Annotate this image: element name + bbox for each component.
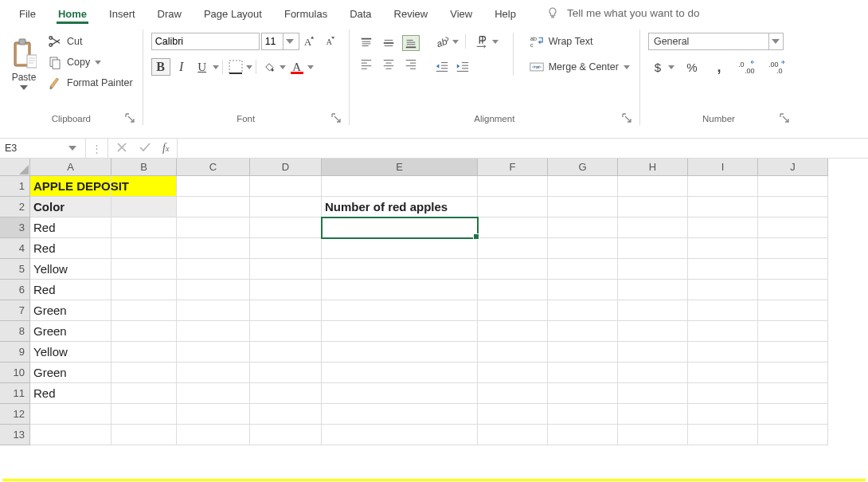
comma-style-button[interactable]: ,	[710, 58, 729, 76]
cell-A13[interactable]	[30, 425, 111, 445]
cell-J7[interactable]	[758, 300, 828, 321]
cell-C13[interactable]	[177, 425, 250, 445]
row-header-9[interactable]: 9	[0, 342, 30, 362]
number-format-caret-icon[interactable]	[768, 33, 783, 49]
enter-formula-icon[interactable]	[139, 142, 151, 155]
row-header-1[interactable]: 1	[0, 176, 30, 197]
cell-H10[interactable]	[618, 362, 688, 383]
col-header-F[interactable]: F	[478, 159, 548, 176]
cell-J3[interactable]	[758, 217, 828, 238]
name-box[interactable]	[0, 139, 86, 158]
decrease-indent-button[interactable]	[432, 58, 452, 76]
cell-H4[interactable]	[618, 238, 688, 259]
cell-C6[interactable]	[177, 280, 250, 300]
cell-E12[interactable]	[322, 404, 478, 425]
cell-F3[interactable]	[478, 217, 548, 238]
cell-J1[interactable]	[758, 176, 828, 197]
cell-C12[interactable]	[177, 404, 250, 425]
cell-G5[interactable]	[548, 259, 618, 280]
col-header-D[interactable]: D	[250, 159, 322, 176]
cancel-formula-icon[interactable]	[116, 142, 127, 155]
row-header-4[interactable]: 4	[0, 238, 30, 259]
cell-F10[interactable]	[478, 362, 548, 383]
cell-H8[interactable]	[618, 321, 688, 342]
cell-E1[interactable]	[322, 176, 478, 197]
cell-F1[interactable]	[478, 176, 548, 197]
cell-C11[interactable]	[177, 383, 250, 404]
formula-split-icon[interactable]: ⋮	[86, 139, 108, 158]
cell-F9[interactable]	[478, 342, 548, 362]
cell-G7[interactable]	[548, 300, 618, 321]
cell-G8[interactable]	[548, 321, 618, 342]
cell-B12[interactable]	[111, 404, 177, 425]
italic-button[interactable]: I	[172, 58, 191, 76]
cell-I3[interactable]	[688, 217, 758, 238]
cell-G4[interactable]	[548, 238, 618, 259]
cell-J5[interactable]	[758, 259, 828, 280]
cell-B8[interactable]	[111, 321, 177, 342]
text-direction-button[interactable]	[472, 33, 491, 50]
percent-button[interactable]: %	[682, 58, 702, 76]
increase-font-icon[interactable]	[301, 33, 320, 50]
cell-E11[interactable]	[322, 383, 478, 404]
cell-G9[interactable]	[548, 342, 618, 362]
cell-A1[interactable]: APPLE DEPOSIT	[30, 176, 111, 197]
cell-E2[interactable]: Number of red apples	[322, 197, 478, 217]
font-size-input[interactable]	[262, 33, 283, 49]
cell-H12[interactable]	[618, 404, 688, 425]
cell-J12[interactable]	[758, 404, 828, 425]
align-center-button[interactable]	[380, 56, 397, 72]
cell-C7[interactable]	[177, 300, 250, 321]
cell-D4[interactable]	[250, 238, 322, 259]
font-color-caret-icon[interactable]	[307, 65, 314, 69]
cell-H1[interactable]	[618, 176, 688, 197]
underline-caret-icon[interactable]	[213, 65, 219, 69]
cell-J11[interactable]	[758, 383, 828, 404]
menu-tab-insert[interactable]: Insert	[98, 3, 147, 23]
wrap-text-button[interactable]: Wrap Text	[528, 33, 631, 50]
cell-B7[interactable]	[111, 300, 177, 321]
cell-G12[interactable]	[548, 404, 618, 425]
cell-D7[interactable]	[250, 300, 322, 321]
cell-D11[interactable]	[250, 383, 322, 404]
tell-me[interactable]: Tell me what you want to do	[546, 6, 700, 19]
cell-D8[interactable]	[250, 321, 322, 342]
cell-C5[interactable]	[177, 259, 250, 280]
cell-A5[interactable]: Yellow	[30, 259, 111, 280]
font-name-combo[interactable]	[151, 33, 260, 50]
cell-H2[interactable]	[618, 197, 688, 217]
cell-G3[interactable]	[548, 217, 618, 238]
cell-B5[interactable]	[111, 259, 177, 280]
formula-input[interactable]	[178, 139, 868, 158]
merge-center-button[interactable]: Merge & Center	[528, 58, 631, 76]
cell-G10[interactable]	[548, 362, 618, 383]
menu-tab-file[interactable]: File	[8, 3, 47, 23]
align-left-button[interactable]	[358, 56, 375, 72]
cell-A6[interactable]: Red	[30, 280, 111, 300]
bold-button[interactable]: B	[151, 58, 170, 76]
decrease-font-icon[interactable]	[322, 33, 341, 50]
cell-I9[interactable]	[688, 342, 758, 362]
menu-tab-formulas[interactable]: Formulas	[273, 3, 338, 23]
align-right-button[interactable]	[402, 56, 420, 72]
increase-decimal-button[interactable]	[737, 58, 759, 76]
cell-G1[interactable]	[548, 176, 618, 197]
row-header-7[interactable]: 7	[0, 300, 30, 321]
increase-indent-button[interactable]	[453, 58, 472, 76]
row-header-2[interactable]: 2	[0, 197, 30, 217]
cell-I5[interactable]	[688, 259, 758, 280]
cell-B9[interactable]	[111, 342, 177, 362]
cell-B4[interactable]	[111, 238, 177, 259]
cell-E4[interactable]	[322, 238, 478, 259]
cell-F11[interactable]	[478, 383, 548, 404]
cell-B10[interactable]	[111, 362, 177, 383]
cell-J6[interactable]	[758, 280, 828, 300]
merge-caret-icon[interactable]	[624, 65, 630, 69]
cell-C3[interactable]	[177, 217, 250, 238]
cell-D12[interactable]	[250, 404, 322, 425]
cell-C2[interactable]	[177, 197, 250, 217]
cell-I6[interactable]	[688, 280, 758, 300]
cell-C1[interactable]	[177, 176, 250, 197]
cell-H6[interactable]	[618, 280, 688, 300]
cell-H7[interactable]	[618, 300, 688, 321]
